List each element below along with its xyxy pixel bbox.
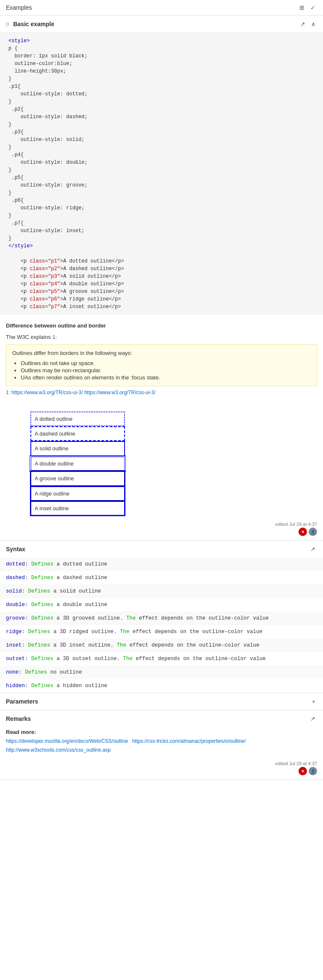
section-actions: ↗ ∧ <box>299 20 317 28</box>
demo-dashed: A dashed outline <box>31 427 124 440</box>
yellow-box-list: Outlines do not take up space. Outlines … <box>12 360 311 381</box>
syntax-row-double: double: Defines a double outline <box>0 598 323 612</box>
bottom-edit-avatars: ✕ 👤 <box>299 767 317 775</box>
params-plus-icon[interactable]: + <box>310 697 317 706</box>
section-header: 0 Basic example ↗ ∧ <box>0 16 323 33</box>
syntax-row-solid: solid: Defines a solid outline <box>0 585 323 598</box>
bottom-avatar-person[interactable]: 👤 <box>309 767 317 775</box>
section-title-row: 0 Basic example <box>6 21 54 27</box>
demo-ridge: A ridge outline <box>31 487 124 500</box>
syntax-row-dashed: dashed: Defines a dashed outline <box>0 571 323 585</box>
params-title: Parameters <box>6 698 38 705</box>
demo-solid: A solid outline <box>31 442 124 455</box>
footnote-link-2[interactable]: https://www.w3.org/TR/css-ui-3/ <box>84 390 155 395</box>
syntax-row-ridge: ridge: Defines a 3D ridged outline. The … <box>0 625 323 639</box>
params-header: Parameters + <box>0 693 323 710</box>
section-title: Basic example <box>13 21 54 27</box>
w3c-link[interactable]: 1 <box>52 334 55 340</box>
footnote-link[interactable]: https://www.w3.org/TR/css-ui-3/ <box>11 390 83 395</box>
syntax-row-inset: inset: Defines a 3D inset outline. The e… <box>0 639 323 652</box>
edit-avatars: ✕ 👤 <box>299 528 317 536</box>
demo-dotted: A dotted outline <box>31 412 124 425</box>
code-block: <style> p { border: 1px solid black; out… <box>0 33 323 315</box>
bottom-edit-timestamp: edited Jul 29 at 4:37 <box>275 761 317 766</box>
w3c-text: The W3C explains 1: <box>6 333 317 342</box>
list-item: Outlines may be non-rectangular. <box>21 367 311 374</box>
edit-timestamp: edited Jul 29 at 4:37 <box>275 522 317 527</box>
remarks-section: Remarks ↗ Read more: https://developer.m… <box>0 710 323 780</box>
demo-double: A double outline <box>31 457 124 470</box>
demo-inset: A inset outline <box>31 502 124 515</box>
remark-link-w3schools[interactable]: http://www.w3schools.com/css/css_outline… <box>6 747 111 753</box>
syntax-rows: dotted: Defines a dotted outline dashed:… <box>0 558 323 693</box>
parameters-section: Parameters + <box>0 693 323 710</box>
syntax-external-icon[interactable]: ↗ <box>309 545 317 553</box>
edit-info: edited Jul 29 at 4:37 ✕ 👤 <box>0 519 323 540</box>
external-link-icon[interactable]: ↗ <box>299 20 307 28</box>
demo-groove: A groove outline <box>31 472 124 485</box>
remarks-title: Remarks <box>6 715 31 722</box>
remarks-header: Remarks ↗ <box>0 710 323 727</box>
page-header: Examples ⊞ ✓ <box>0 0 323 16</box>
diff-heading: Difference between outline and border <box>6 322 317 330</box>
read-more-label: Read more: <box>6 729 317 735</box>
section-text-content: Difference between outline and border Th… <box>0 315 323 404</box>
section-number: 0 <box>6 21 9 27</box>
remark-link-mdn[interactable]: https://developer.mozilla.org/en/docs/We… <box>6 738 128 744</box>
avatar-person[interactable]: 👤 <box>309 528 317 536</box>
header-icons: ⊞ ✓ <box>298 3 317 12</box>
syntax-row-dotted: dotted: Defines a dotted outline <box>0 558 323 571</box>
check-icon[interactable]: ✓ <box>309 3 317 12</box>
bottom-avatar-x[interactable]: ✕ <box>299 767 307 775</box>
syntax-row-hidden: hidden: Defines a hidden outline <box>0 679 323 693</box>
demo-inner: A dotted outline A dashed outline A soli… <box>31 412 124 515</box>
grid-icon[interactable]: ⊞ <box>298 3 306 12</box>
remarks-content: Read more: https://developer.mozilla.org… <box>0 727 323 758</box>
syntax-row-none: none: Defines no outline <box>0 666 323 679</box>
footnote: 1: https://www.w3.org/TR/css-ui-3/ https… <box>6 389 317 397</box>
remarks-links: https://developer.mozilla.org/en/docs/We… <box>6 737 317 754</box>
yellow-box-heading: Outlines differ from borders in the foll… <box>12 349 311 358</box>
remark-link-csstricks[interactable]: https://css-tricks.com/almanac/propertie… <box>132 738 246 744</box>
collapse-icon[interactable]: ∧ <box>309 20 317 28</box>
syntax-title: Syntax <box>6 546 25 552</box>
syntax-header: Syntax ↗ <box>0 541 323 558</box>
list-item: Outlines do not take up space. <box>21 360 311 366</box>
demo-area: A dotted outline A dashed outline A soli… <box>0 404 323 520</box>
list-item: UAs often render outlines on elements in… <box>21 374 311 381</box>
syntax-row-outset: outset: Defines a 3D outset outline. The… <box>0 652 323 666</box>
page-title: Examples <box>6 4 32 11</box>
bottom-edit-info: edited Jul 29 at 4:37 ✕ 👤 <box>0 758 323 780</box>
avatar-x[interactable]: ✕ <box>299 528 307 536</box>
yellow-box: Outlines differ from borders in the foll… <box>6 344 317 387</box>
remarks-external-icon[interactable]: ↗ <box>309 715 317 723</box>
basic-example-section: 0 Basic example ↗ ∧ <style> p { border: … <box>0 16 323 541</box>
syntax-row-groove: groove: Defines a 3D grooved outline. Th… <box>0 612 323 625</box>
syntax-section: Syntax ↗ dotted: Defines a dotted outlin… <box>0 541 323 693</box>
